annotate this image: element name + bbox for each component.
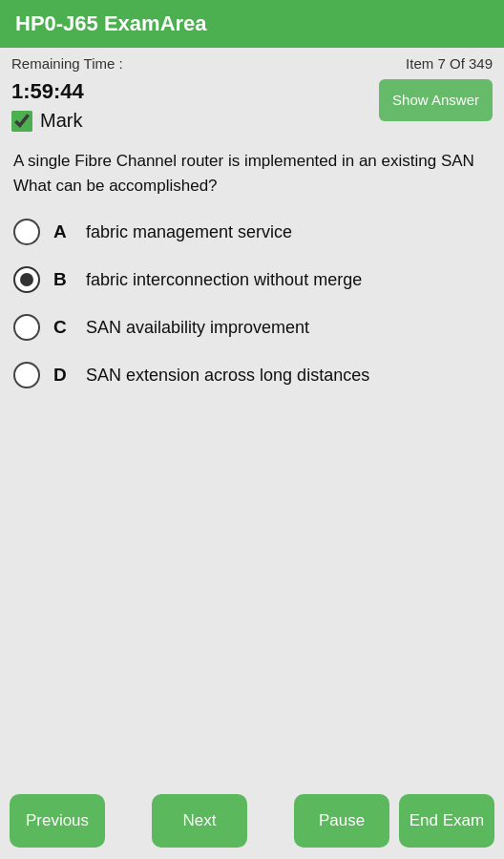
remaining-time-label: Remaining Time : [11,55,123,72]
option-text-a: fabric management service [86,222,292,242]
show-answer-button[interactable]: Show Answer [379,79,493,121]
option-text-c: SAN availability improvement [86,318,309,338]
option-item-c[interactable]: CSAN availability improvement [10,308,494,346]
end-exam-button[interactable]: End Exam [399,794,494,848]
pause-button[interactable]: Pause [294,794,389,848]
option-letter-a: A [53,221,73,242]
timer-display: 1:59:44 [11,79,84,104]
option-radio-c [13,314,40,341]
app-header: HP0-J65 ExamArea [0,0,504,48]
option-text-b: fabric interconnection without merge [86,270,362,290]
option-text-d: SAN extension across long distances [86,366,369,386]
option-item-a[interactable]: Afabric management service [10,213,494,251]
mark-checkbox[interactable] [11,111,32,132]
option-radio-a [13,219,40,245]
app-title: HP0-J65 ExamArea [15,11,207,35]
options-list: Afabric management serviceBfabric interc… [0,213,504,394]
item-counter: Item 7 Of 349 [406,55,493,72]
question-text: A single Fibre Channel router is impleme… [0,139,504,213]
option-item-d[interactable]: DSAN extension across long distances [10,356,494,394]
option-radio-d [13,362,40,388]
option-radio-b [13,266,40,293]
next-button[interactable]: Next [152,794,247,848]
mark-label[interactable]: Mark [40,110,82,132]
option-letter-c: C [53,317,73,338]
option-letter-d: D [53,365,73,386]
option-letter-b: B [53,269,73,290]
option-item-b[interactable]: Bfabric interconnection without merge [10,261,494,299]
previous-button[interactable]: Previous [10,794,105,848]
